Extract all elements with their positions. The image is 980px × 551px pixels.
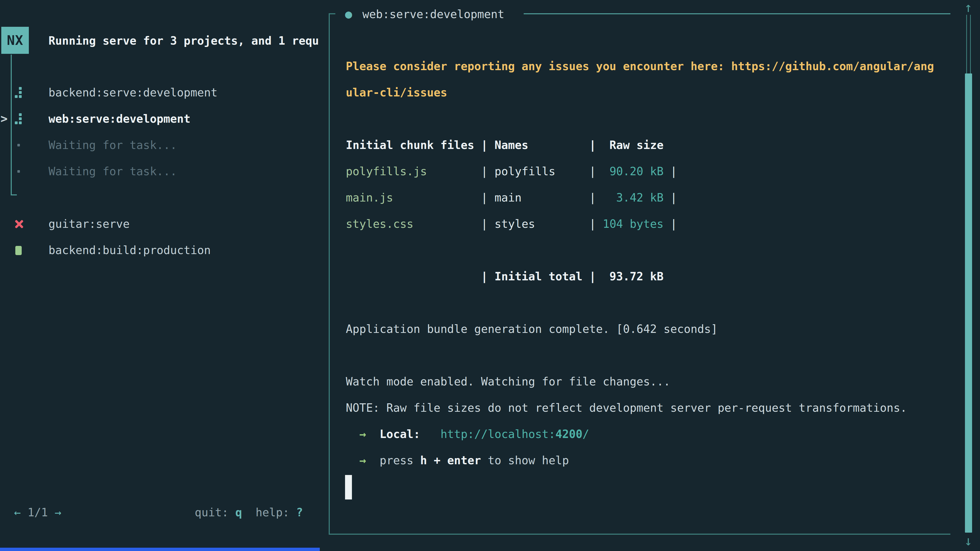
terminal-line: ular-cli/issues bbox=[346, 79, 948, 106]
terminal-line bbox=[346, 289, 948, 316]
scroll-up-arrow-icon[interactable]: ↑ bbox=[961, 0, 976, 15]
success-square-icon bbox=[15, 246, 22, 255]
terminal-text-segment: | bbox=[663, 191, 677, 204]
terminal-line: | Initial total | 93.72 kB bbox=[346, 263, 948, 289]
scroll-down-arrow-icon[interactable]: ↓ bbox=[961, 533, 976, 548]
terminal-text-segment bbox=[420, 427, 440, 441]
terminal-line: Please consider reporting any issues you… bbox=[346, 53, 948, 79]
terminal-text-segment: ular-cli/issues bbox=[346, 86, 447, 99]
task-label: backend:build:production bbox=[48, 237, 211, 263]
terminal-line: main.js | main | 3.42 kB | bbox=[346, 184, 948, 211]
task-row[interactable]: backend:build:production bbox=[0, 237, 328, 263]
terminal-output: Please consider reporting any issues you… bbox=[346, 53, 948, 473]
task-label: Waiting for task... bbox=[48, 132, 177, 158]
task-row[interactable]: Waiting for task... bbox=[0, 158, 328, 184]
terminal-text-segment bbox=[366, 454, 380, 467]
quit-hint-label: quit: bbox=[195, 506, 235, 519]
error-cross-icon bbox=[14, 219, 24, 229]
spinner-icon bbox=[15, 113, 22, 124]
terminal-line: Application bundle generation complete. … bbox=[346, 316, 948, 342]
terminal-text-segment bbox=[346, 454, 360, 467]
terminal-text-segment: | polyfills | bbox=[481, 165, 603, 178]
scrollbar-track[interactable] bbox=[966, 15, 971, 73]
output-panel-title: web:serve:development bbox=[363, 2, 504, 26]
terminal-line bbox=[346, 237, 948, 263]
terminal-text-segment: styles.css bbox=[346, 218, 481, 230]
task-label: Waiting for task... bbox=[48, 158, 177, 184]
terminal-text-segment: Application bundle generation complete. … bbox=[346, 322, 718, 335]
terminal-line: polyfills.js | polyfills | 90.20 kB | bbox=[346, 158, 948, 184]
terminal-text-segment: 90.20 kB bbox=[603, 165, 663, 178]
spinner-icon bbox=[15, 87, 22, 98]
terminal-text-segment bbox=[366, 427, 380, 441]
task-row[interactable]: backend:serve:development bbox=[0, 79, 328, 106]
waiting-dot-icon bbox=[18, 170, 20, 173]
task-row-spacer bbox=[0, 53, 328, 79]
nx-logo: NX bbox=[1, 27, 29, 54]
terminal-text-segment: NOTE: Raw file sizes do not reflect deve… bbox=[346, 401, 907, 414]
terminal-cursor bbox=[345, 475, 352, 499]
output-panel-border-top bbox=[524, 13, 950, 14]
task-row[interactable]: guitar:serve bbox=[0, 211, 328, 237]
terminal-text-segment: | styles | bbox=[481, 218, 603, 230]
local-url-link[interactable]: / bbox=[582, 427, 589, 441]
terminal-text-segment: 104 bytes bbox=[603, 218, 663, 230]
output-panel-border-left bbox=[329, 13, 330, 535]
task-row[interactable]: Waiting for task... bbox=[0, 132, 328, 158]
terminal-line: Watch mode enabled. Watching for file ch… bbox=[346, 368, 948, 395]
terminal-text-segment: to show help bbox=[481, 454, 569, 467]
terminal-text-segment: | Initial total | 93.72 kB bbox=[346, 270, 663, 283]
page-indicator-value: 1/1 bbox=[27, 506, 48, 519]
terminal-text-segment: Please consider reporting any issues you… bbox=[346, 60, 934, 73]
terminal-text-segment: Initial chunk files | Names | Raw size bbox=[346, 138, 663, 151]
terminal-text-segment: Local: bbox=[380, 427, 420, 441]
terminal-text-segment: press bbox=[380, 454, 420, 467]
page-prev-arrow-icon[interactable]: ← bbox=[14, 506, 21, 519]
terminal-line: → press h + enter to show help bbox=[346, 447, 948, 473]
scrollbar-thumb[interactable] bbox=[965, 73, 972, 533]
output-panel-border-bottom bbox=[329, 534, 950, 535]
task-row[interactable]: >web:serve:development bbox=[0, 106, 328, 132]
task-label: backend:serve:development bbox=[48, 79, 218, 106]
task-row-spacer bbox=[0, 184, 328, 211]
terminal-text-segment: h + enter bbox=[420, 454, 481, 467]
task-list: backend:serve:development>web:serve:deve… bbox=[0, 53, 328, 263]
help-key: ? bbox=[296, 506, 303, 519]
terminal-line: Initial chunk files | Names | Raw size bbox=[346, 132, 948, 158]
terminal-line: NOTE: Raw file sizes do not reflect deve… bbox=[346, 395, 948, 421]
task-list-pagination: ← 1/1 → bbox=[14, 499, 61, 526]
terminal-line bbox=[346, 342, 948, 368]
terminal-text-segment: Watch mode enabled. Watching for file ch… bbox=[346, 375, 670, 388]
running-status-dot-icon: ● bbox=[345, 2, 352, 26]
nx-tui-screen: { "colors":{ "background":"#16262e","acc… bbox=[0, 0, 980, 551]
local-url-link[interactable]: http://localhost: bbox=[441, 427, 555, 441]
task-label: guitar:serve bbox=[48, 211, 130, 237]
terminal-text-segment: | bbox=[663, 218, 677, 230]
terminal-text-segment: polyfills.js bbox=[346, 165, 481, 178]
terminal-text-segment bbox=[346, 427, 360, 441]
page-indicator bbox=[21, 506, 28, 519]
terminal-line bbox=[346, 106, 948, 132]
page-next-arrow-icon[interactable]: → bbox=[55, 506, 62, 519]
terminal-text-segment: → bbox=[360, 427, 366, 441]
local-url-link[interactable]: 4200 bbox=[555, 427, 582, 441]
terminal-text-segment: main.js bbox=[346, 191, 481, 204]
waiting-dot-icon bbox=[18, 144, 20, 146]
terminal-text-segment: → bbox=[360, 454, 366, 467]
terminal-text-segment: 3.42 kB bbox=[603, 191, 663, 204]
run-summary-title: Running serve for 3 projects, and 1 requ bbox=[48, 27, 328, 54]
bottom-accent-bar bbox=[0, 548, 320, 551]
keyboard-hints: quit: q help: ? bbox=[195, 499, 303, 526]
terminal-line: styles.css | styles | 104 bytes | bbox=[346, 211, 948, 237]
page-indicator bbox=[48, 506, 55, 519]
selected-task-chevron-icon: > bbox=[0, 106, 8, 132]
help-hint-label: help: bbox=[242, 506, 296, 519]
task-label: web:serve:development bbox=[48, 106, 190, 132]
terminal-text-segment: | main | bbox=[481, 191, 603, 204]
quit-key: q bbox=[235, 506, 242, 519]
terminal-text-segment: | bbox=[663, 165, 677, 178]
terminal-line: → Local: http://localhost:4200/ bbox=[346, 421, 948, 447]
